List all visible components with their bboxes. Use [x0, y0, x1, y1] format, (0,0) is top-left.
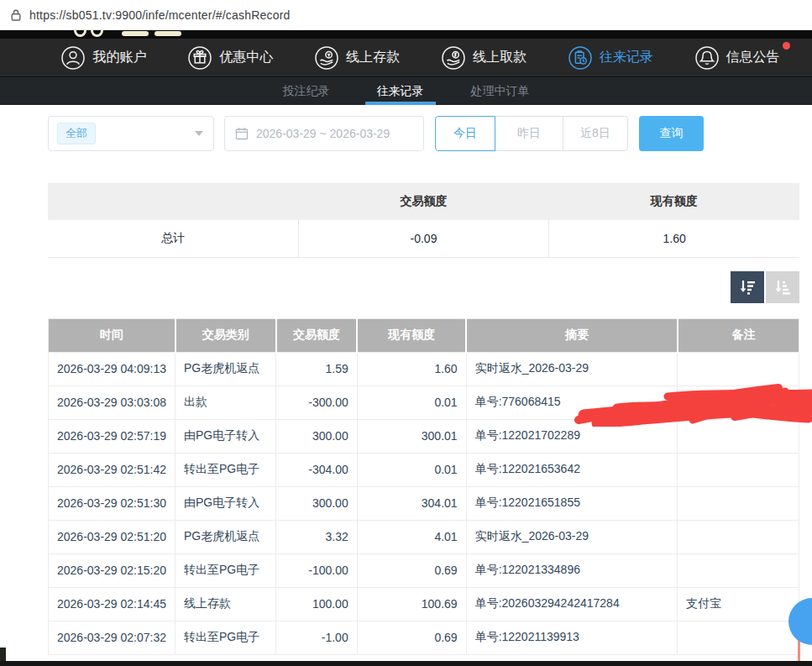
notification-dot [783, 42, 790, 50]
cell-summary: 单号:776068415 [466, 385, 677, 419]
tab-label: 处理中订单 [471, 84, 530, 99]
cell-balance: 0.69 [357, 553, 466, 587]
logo-fragment [122, 31, 149, 36]
cell-balance: 1.60 [357, 352, 466, 385]
nav-item-promotions[interactable]: 优惠中心 [187, 45, 273, 71]
cell-amount: 300.00 [276, 486, 357, 520]
cell-balance: 300.01 [357, 419, 466, 453]
cell-note [678, 453, 799, 486]
search-button[interactable]: 查询 [639, 116, 704, 151]
cell-summary: 实时返水_2026-03-29 [466, 520, 677, 553]
url-text: https://sb051.tv:9900/infe/mcenter/#/cas… [29, 8, 291, 22]
logo-fragment [155, 31, 181, 36]
cell-note [678, 553, 799, 587]
cell-note [678, 385, 799, 419]
table-row: 2026-03-29 02:15:20 转出至PG电子 -100.00 0.69… [49, 553, 799, 587]
cell-time: 2026-03-29 04:09:13 [49, 352, 175, 385]
selected-type-tag: 全部 [57, 123, 96, 144]
summary-header-row: 交易额度 现有额度 [48, 183, 799, 220]
cell-type: PG老虎机返点 [175, 520, 276, 553]
cell-balance: 0.01 [357, 453, 466, 486]
sub-nav: 投注纪录 往来记录 处理中订单 [0, 76, 812, 105]
summary-header-trade: 交易额度 [298, 183, 548, 220]
cell-balance: 4.01 [357, 520, 466, 553]
date-range-input[interactable]: 2026-03-29 ~ 2026-03-29 [224, 116, 424, 151]
filter-row: 全部 2026-03-29 ~ 2026-03-29 今日 昨日 近8日 查询 [48, 116, 799, 151]
cell-type: 由PG电子转入 [175, 486, 276, 520]
cell-type: 线上存款 [175, 587, 276, 621]
nav-label: 信息公告 [726, 49, 780, 66]
nav-item-withdraw[interactable]: 线上取款 [441, 45, 526, 71]
cell-time: 2026-03-29 02:14:45 [49, 587, 175, 621]
sort-descending-button[interactable] [731, 271, 764, 303]
cell-note [678, 520, 799, 553]
cell-time: 2026-03-29 02:57:19 [49, 419, 175, 453]
records-icon [568, 45, 593, 71]
nav-label: 线上取款 [473, 49, 526, 66]
tab-bet-records[interactable]: 投注纪录 [271, 77, 342, 105]
lock-icon [10, 8, 22, 22]
summary-table: 交易额度 现有额度 总计 -0.09 1.60 [48, 183, 799, 258]
sort-ascending-button[interactable] [766, 271, 799, 303]
type-select-dropdown[interactable]: 全部 [48, 116, 214, 151]
cell-summary: 单号:122021139913 [466, 621, 677, 654]
cell-balance: 0.01 [357, 385, 466, 419]
browser-address-bar[interactable]: https://sb051.tv:9900/infe/mcenter/#/cas… [0, 0, 812, 30]
cell-balance: 100.69 [357, 587, 466, 621]
nav-label: 优惠中心 [219, 49, 273, 66]
content-area: 全部 2026-03-29 ~ 2026-03-29 今日 昨日 近8日 查询 … [0, 116, 812, 655]
calendar-icon [235, 127, 249, 140]
header-type: 交易类别 [175, 318, 276, 352]
sort-ascending-icon [773, 278, 792, 296]
last-8-days-button[interactable]: 近8日 [563, 116, 628, 151]
header-note: 备注 [678, 318, 799, 352]
tab-label: 往来记录 [377, 84, 424, 99]
nav-item-announcements[interactable]: 信息公告 [694, 45, 780, 71]
table-row: 2026-03-29 04:09:13 PG老虎机返点 1.59 1.60 实时… [49, 352, 799, 385]
cell-amount: 300.00 [276, 419, 357, 453]
cell-balance: 0.69 [357, 621, 466, 654]
cell-summary: 单号:122021702289 [466, 419, 677, 453]
cell-balance: 304.01 [357, 486, 466, 520]
cell-amount: -100.00 [276, 553, 357, 587]
cell-type: 出款 [175, 385, 276, 419]
logo-fragment [74, 30, 86, 37]
summary-balance: 1.60 [549, 220, 799, 257]
deposit-icon [314, 45, 339, 71]
cell-amount: -304.00 [276, 453, 357, 486]
cell-time: 2026-03-29 03:03:08 [49, 385, 175, 419]
nav-item-cash-records[interactable]: 往来记录 [568, 45, 653, 71]
logo-strip [0, 30, 812, 39]
nav-item-deposit[interactable]: 线上存款 [314, 45, 400, 71]
user-icon [60, 45, 86, 71]
summary-trade-amount: -0.09 [298, 220, 548, 257]
cell-summary: 单号:122021334896 [466, 553, 677, 587]
cell-amount: 100.00 [276, 587, 357, 621]
cell-time: 2026-03-29 02:51:30 [49, 486, 175, 520]
cell-note [678, 352, 799, 385]
today-button[interactable]: 今日 [435, 116, 495, 151]
table-row: 2026-03-29 02:51:30 由PG电子转入 300.00 304.0… [49, 486, 799, 520]
cell-summary: 单号:202603294242417284 [466, 587, 677, 621]
chevron-down-icon [195, 131, 203, 136]
cell-amount: -300.00 [276, 385, 357, 419]
bottom-bar [0, 661, 812, 666]
main-nav: 我的账户 优惠中心 线上存款 线上取款 [0, 39, 812, 76]
tab-cash-records[interactable]: 往来记录 [365, 77, 436, 105]
sort-descending-icon [738, 278, 757, 296]
nav-label: 线上存款 [346, 49, 400, 66]
cell-type: 转出至PG电子 [175, 553, 276, 587]
summary-total-label: 总计 [48, 220, 298, 257]
tab-pending-orders[interactable]: 处理中订单 [459, 77, 542, 105]
cell-time: 2026-03-29 02:51:20 [49, 520, 175, 553]
sort-controls [48, 271, 799, 303]
table-row: 2026-03-29 02:51:42 转出至PG电子 -304.00 0.01… [49, 453, 799, 486]
yesterday-button[interactable]: 昨日 [495, 116, 563, 151]
cell-time: 2026-03-29 02:07:32 [49, 621, 175, 654]
table-row: 2026-03-29 02:14:45 线上存款 100.00 100.69 单… [49, 587, 799, 621]
nav-item-my-account[interactable]: 我的账户 [60, 45, 146, 71]
cash-record-table: 时间 交易类别 交易额度 现有额度 摘要 备注 2026-03-29 04:09… [48, 318, 799, 655]
header-time: 时间 [49, 318, 175, 352]
cell-type: PG老虎机返点 [175, 352, 276, 385]
summary-header-empty [48, 183, 298, 220]
